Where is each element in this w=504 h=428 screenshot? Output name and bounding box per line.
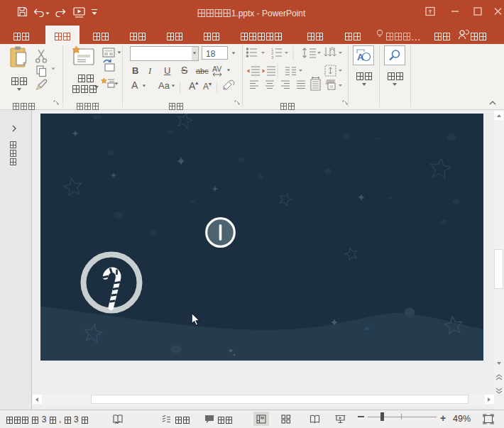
svg-text:3: 3 [271,55,274,60]
svg-text:A: A [330,45,334,53]
svg-text:A: A [357,52,364,62]
